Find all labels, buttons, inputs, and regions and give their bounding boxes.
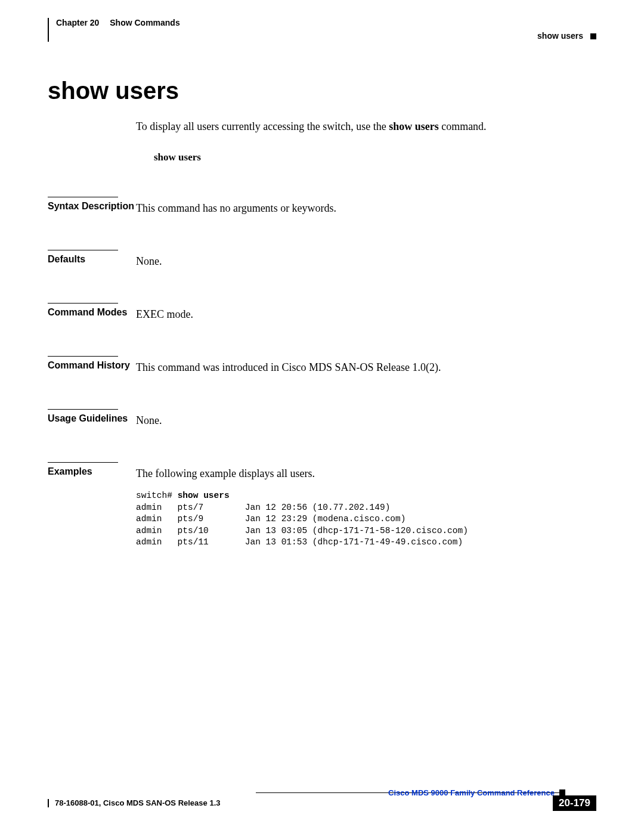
section-rule [48, 197, 118, 197]
examples-intro: The following example displays all users… [136, 467, 315, 479]
intro-paragraph: To display all users currently accessing… [136, 119, 596, 135]
section-label: Command Modes [48, 303, 136, 323]
section-label-text: Examples [48, 466, 136, 477]
header-right: show users [537, 31, 596, 41]
section-content: None. [136, 250, 596, 270]
syntax-command-line: show users [154, 151, 596, 163]
section-rule [48, 356, 118, 357]
section-rule [48, 462, 118, 463]
section-label: Defaults [48, 250, 136, 270]
section-defaults: Defaults None. [48, 250, 596, 270]
chapter-number: Chapter 20 [56, 18, 99, 27]
section-content: This command has no arguments or keyword… [136, 197, 596, 216]
section-name: show users [537, 31, 583, 41]
page-footer: Cisco MDS 9000 Family Command Reference … [48, 787, 596, 817]
section-command-history: Command History This command was introdu… [48, 356, 596, 376]
page-header: Chapter 20 Show Commands show users [48, 18, 596, 42]
section-rule [48, 409, 118, 410]
section-rule [48, 250, 118, 250]
section-label-text: Command History [48, 360, 136, 371]
section-content: This command was introduced in Cisco MDS… [136, 356, 596, 376]
document-page: Chapter 20 Show Commands show users show… [48, 18, 596, 817]
page-title: show users [48, 78, 596, 104]
section-syntax-description: Syntax Description This command has no a… [48, 197, 596, 216]
footer-release: 78-16088-01, Cisco MDS SAN-OS Release 1.… [55, 798, 220, 807]
section-label: Examples [48, 462, 136, 549]
footer-marker-icon [559, 789, 565, 795]
footer-tick-icon [48, 799, 49, 807]
intro-command: show users [389, 120, 439, 132]
section-label-text: Command Modes [48, 307, 136, 318]
footer-reference: Cisco MDS 9000 Family Command Reference [388, 788, 555, 797]
section-content: EXEC mode. [136, 303, 596, 323]
intro-post: command. [439, 120, 487, 132]
section-label-text: Syntax Description [48, 201, 136, 212]
section-examples: Examples The following example displays … [48, 462, 596, 549]
example-output-block: switch# show users admin pts/7 Jan 12 20… [136, 490, 596, 549]
header-left: Chapter 20 Show Commands [56, 18, 596, 27]
footer-bottom: 78-16088-01, Cisco MDS SAN-OS Release 1.… [48, 799, 596, 813]
intro-pre: To display all users currently accessing… [136, 120, 389, 132]
section-content: The following example displays all users… [136, 462, 596, 549]
header-marker-icon [590, 33, 596, 39]
chapter-title: Show Commands [110, 18, 179, 27]
section-content: None. [136, 409, 596, 429]
section-rule [48, 303, 118, 304]
section-label-text: Defaults [48, 254, 136, 265]
page-number: 20-179 [553, 795, 596, 811]
footer-top: Cisco MDS 9000 Family Command Reference [48, 787, 596, 799]
section-label-text: Usage Guidelines [48, 413, 136, 424]
section-command-modes: Command Modes EXEC mode. [48, 303, 596, 323]
section-usage-guidelines: Usage Guidelines None. [48, 409, 596, 429]
section-label: Command History [48, 356, 136, 376]
section-label: Usage Guidelines [48, 409, 136, 429]
section-label: Syntax Description [48, 197, 136, 216]
